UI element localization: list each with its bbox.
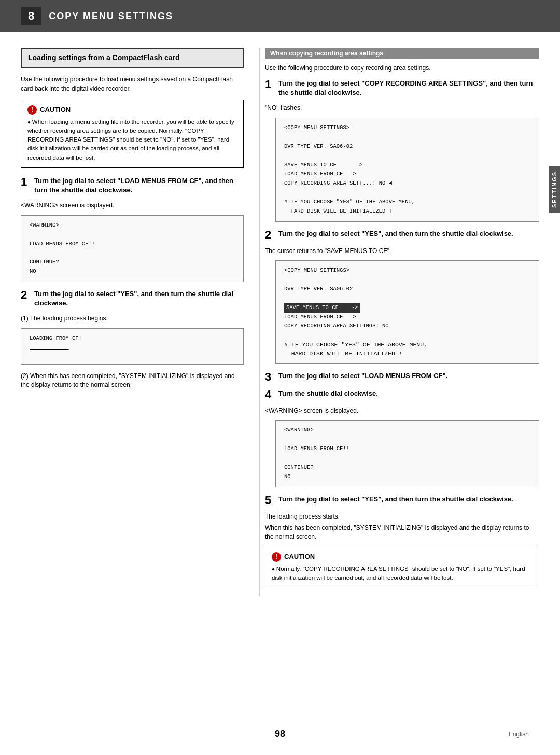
screen-line small-text: # IF YOU CHOOSE "YES" OF THE ABOVE MENU,: [284, 198, 530, 207]
step-text: Turn the shuttle dial clockwise.: [278, 389, 539, 398]
screen-line: [284, 151, 530, 161]
screen-line: # IF YOU CHOOSE "YES" OF THE ABOVE MENU,: [284, 340, 530, 349]
screen-copy-display-2: <COPY MENU SETTINGS> DVR TYPE VER. SA06-…: [275, 260, 539, 363]
screen-line: <COPY MENU SETTINGS>: [284, 266, 530, 275]
screen-line: COPY RECORDING AREA SETTINGS: NO: [284, 321, 530, 331]
right-step-5: 5 Turn the jog dial to select "YES", and…: [265, 495, 539, 506]
step5-note2: When this has been completed, "SYSTEM IN…: [265, 524, 539, 541]
left-step-1: 1 Turn the jog dial to select "LOAD MENU…: [21, 176, 244, 195]
chapter-number: 8: [21, 7, 41, 25]
screen-line: DVR TYPE VER. SA06-02: [284, 142, 530, 151]
content-area: Loading settings from a CompactFlash car…: [0, 48, 560, 596]
screen-line: COPY RECORDING AREA SETT...: NO ◄: [284, 179, 530, 188]
screen-line: [30, 249, 235, 258]
screen-line: [284, 133, 530, 142]
right-step-2: 2 Turn the jog dial to select "YES", and…: [265, 229, 539, 241]
step2-note: The cursor returns to "SAVE MENUS TO CF"…: [265, 247, 539, 256]
caution-item: When loading a menu setting file into th…: [27, 118, 237, 162]
screen-line: CONTINUE?: [284, 463, 530, 472]
screen-line: [30, 343, 235, 353]
page-header: 8 COPY MENU SETTINGS: [0, 0, 560, 32]
screen-line: <COPY MENU SETTINGS>: [284, 123, 530, 133]
right-intro-text: Use the following procedure to copy reco…: [265, 63, 539, 73]
chapter-title: COPY MENU SETTINGS: [49, 11, 173, 22]
language-label: English: [509, 731, 529, 738]
right-step-4: 4 Turn the shuttle dial clockwise.: [265, 389, 539, 400]
caution-text: When loading a menu setting file into th…: [27, 118, 237, 162]
right-step-3: 3 Turn the jog dial to select "LOAD MENU…: [265, 371, 539, 383]
screen-highlighted-line: SAVE MENUS TO CF ->: [284, 303, 360, 313]
screen-line: CONTINUE?: [30, 258, 235, 267]
right-column: When copying recording area settings Use…: [259, 48, 539, 596]
step-number: 1: [265, 79, 274, 90]
screen-line: LOAD MENUS FROM CF!!: [30, 240, 235, 249]
caution-icon: !: [27, 105, 37, 115]
caution-header: ! CAUTION: [27, 105, 237, 115]
step-text: Turn the jog dial to select "COPY RECORD…: [278, 79, 539, 97]
loading-note: (1) The loading process begins.: [21, 314, 244, 323]
step1-note: "NO" flashes.: [265, 104, 539, 113]
step-text: Turn the jog dial to select "YES", and t…: [34, 289, 244, 308]
screen-line: NO: [30, 267, 235, 276]
screen-line: [284, 275, 530, 285]
warning-note: <WARNING> screen is displayed.: [21, 201, 244, 210]
screen-display-1: <WARNING> LOAD MENUS FROM CF!! CONTINUE?…: [21, 215, 244, 282]
screen-line: LOAD MENUS FROM CF!!: [284, 444, 530, 454]
screen-line: NO: [284, 472, 530, 482]
step-number: 1: [21, 176, 30, 188]
step5-note1: The loading process starts.: [265, 512, 539, 521]
screen-copy-display-1: <COPY MENU SETTINGS> DVR TYPE VER. SA06-…: [275, 118, 539, 221]
step-number: 3: [265, 371, 274, 383]
step-number: 5: [265, 495, 274, 506]
screen-line: [30, 230, 235, 240]
screen-line: SAVE MENUS TO CF ->: [284, 161, 530, 170]
screen-line: <WARNING>: [284, 426, 530, 435]
step-number: 2: [21, 289, 30, 301]
caution-label: CAUTION: [284, 553, 315, 561]
page-number: 98: [275, 729, 285, 739]
screen-line: <WARNING>: [30, 221, 235, 230]
when-copying-heading: When copying recording area settings: [265, 48, 539, 59]
screen-line: [284, 435, 530, 444]
left-column: Loading settings from a CompactFlash car…: [21, 48, 259, 596]
step4-note: <WARNING> screen is displayed.: [265, 407, 539, 415]
right-step-1: 1 Turn the jog dial to select "COPY RECO…: [265, 79, 539, 97]
screen-line: LOAD MENUS FROM CF ->: [284, 170, 530, 179]
complete-note: (2) When this has been completed, "SYSTE…: [21, 372, 244, 389]
screen-line: [284, 454, 530, 463]
caution-icon: !: [272, 552, 281, 562]
step-number: 4: [265, 389, 274, 400]
screen-line: [284, 331, 530, 340]
caution-label: CAUTION: [40, 106, 71, 114]
step-number: 2: [265, 229, 274, 241]
screen-line: DVR TYPE VER. SA06-02: [284, 285, 530, 294]
left-intro-text: Use the following procedure to load menu…: [21, 75, 244, 93]
caution-item: Normally, "COPY RECORDING AREA SETTINGS"…: [272, 565, 533, 583]
right-caution-box: ! CAUTION Normally, "COPY RECORDING AREA…: [265, 547, 539, 589]
screen-line: [284, 188, 530, 198]
caution-header: ! CAUTION: [272, 552, 533, 562]
screen-line: LOADING FROM CF!: [30, 334, 235, 343]
step-text: Turn the jog dial to select "LOAD MENUS …: [34, 176, 244, 195]
step-text: Turn the jog dial to select "LOAD MENUS …: [278, 371, 539, 381]
side-tab: SETTINGS: [549, 166, 560, 213]
left-section-heading: Loading settings from a CompactFlash car…: [21, 48, 244, 68]
screen-line: [284, 294, 530, 303]
page-footer: 98 English: [0, 729, 560, 739]
step-text: Turn the jog dial to select "YES", and t…: [278, 229, 539, 239]
screen-line: HARD DISK WILL BE INITIALIZED !: [284, 349, 530, 358]
page-container: 8 COPY MENU SETTINGS SETTINGS Loading se…: [0, 0, 560, 755]
left-step-2: 2 Turn the jog dial to select "YES", and…: [21, 289, 244, 308]
screen-line: LOAD MENUS FROM CF ->: [284, 313, 530, 322]
screen-warning-display-2: <WARNING> LOAD MENUS FROM CF!! CONTINUE?…: [275, 420, 539, 487]
left-caution-box: ! CAUTION When loading a menu setting fi…: [21, 100, 244, 168]
caution-text: Normally, "COPY RECORDING AREA SETTINGS"…: [272, 565, 533, 583]
screen-line small-text: HARD DISK WILL BE INITIALIZED !: [284, 207, 530, 216]
screen-display-2: LOADING FROM CF!: [21, 328, 244, 365]
step-text: Turn the jog dial to select "YES", and t…: [278, 495, 539, 504]
